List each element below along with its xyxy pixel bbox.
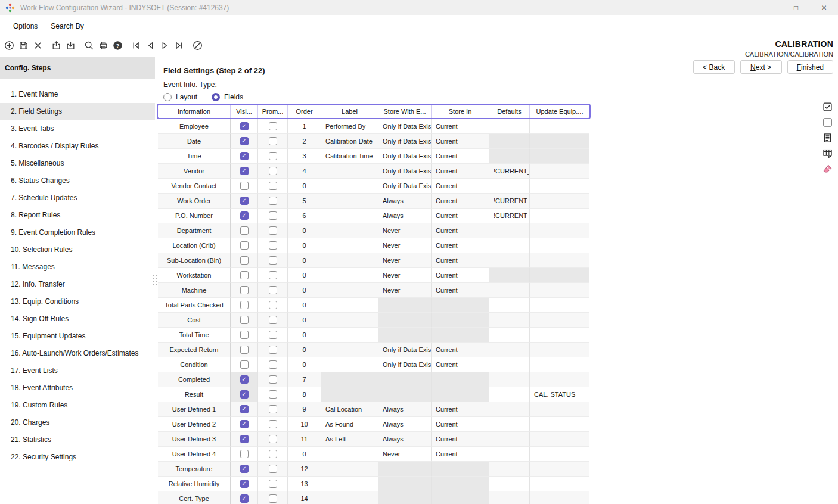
import-button[interactable] (63, 38, 77, 52)
cell-store_in[interactable]: Current (432, 253, 489, 268)
cell-label[interactable] (321, 357, 378, 372)
nav-last-button[interactable] (172, 38, 186, 52)
column-header-order[interactable]: Order (288, 105, 321, 118)
prompt-checkbox[interactable] (269, 211, 277, 220)
cell-store_in[interactable] (432, 313, 489, 328)
cell-defaults[interactable] (489, 402, 530, 417)
cell-order[interactable]: 0 (288, 447, 321, 462)
cell-update[interactable] (530, 313, 589, 328)
visible-checkbox[interactable] (240, 301, 249, 309)
cell-store_with[interactable]: Always (378, 209, 432, 223)
cell-order[interactable]: 10 (288, 417, 321, 432)
sidebar-item-4[interactable]: 4. Barcodes / Display Rules (0, 138, 155, 155)
sidebar-item-21[interactable]: 21. Statistics (0, 431, 155, 449)
cell-defaults[interactable] (489, 357, 530, 372)
cell-order[interactable]: 0 (288, 268, 321, 283)
cell-label[interactable] (321, 223, 378, 238)
visible-checkbox[interactable] (240, 286, 249, 294)
cell-update[interactable] (530, 119, 589, 134)
delete-button[interactable] (30, 38, 45, 52)
visible-checkbox[interactable] (240, 346, 249, 354)
visible-checkbox[interactable] (240, 241, 249, 250)
prompt-checkbox[interactable] (269, 375, 277, 384)
cell-info[interactable]: Machine (158, 283, 231, 298)
cell-defaults[interactable] (489, 328, 530, 343)
prompt-checkbox[interactable] (269, 137, 277, 145)
cell-update[interactable] (530, 432, 589, 447)
prompt-checkbox[interactable] (269, 316, 277, 324)
column-header-store_with[interactable]: Store With E... (378, 105, 432, 118)
cell-label[interactable] (321, 209, 378, 223)
cell-store_with[interactable] (378, 328, 432, 343)
cell-info[interactable]: Completed (158, 372, 231, 387)
prompt-checkbox[interactable] (269, 241, 277, 250)
visible-checkbox[interactable] (240, 405, 249, 413)
cell-label[interactable]: As Found (321, 417, 378, 432)
cell-defaults[interactable] (489, 119, 530, 134)
sidebar-item-1[interactable]: 1. Event Name (0, 86, 155, 103)
prompt-checkbox[interactable] (269, 122, 277, 130)
cell-defaults[interactable] (489, 223, 530, 238)
cell-order[interactable]: 5 (288, 194, 321, 209)
sidebar-item-5[interactable]: 5. Miscellaneous (0, 155, 155, 172)
prompt-checkbox[interactable] (269, 435, 277, 443)
cell-store_with[interactable]: Only if Data Exist (378, 179, 432, 194)
cell-info[interactable]: Total Parts Checked (158, 298, 231, 313)
cell-label[interactable] (321, 164, 378, 179)
cell-label[interactable] (321, 283, 378, 298)
cell-store_in[interactable]: Current (432, 179, 489, 194)
cell-info[interactable]: Result (158, 387, 231, 402)
cell-store_in[interactable]: Current (432, 283, 489, 298)
cell-info[interactable]: Vendor (158, 164, 231, 179)
cell-store_with[interactable]: Always (378, 417, 432, 432)
cell-order[interactable]: 0 (288, 328, 321, 343)
cell-update[interactable] (530, 491, 589, 504)
cell-label[interactable] (321, 298, 378, 313)
cell-update[interactable] (530, 164, 589, 179)
uncheck-all-button[interactable] (822, 117, 833, 127)
export-button[interactable] (49, 38, 63, 52)
column-header-prompt[interactable]: Prom... (258, 105, 288, 118)
cell-label[interactable] (321, 462, 378, 477)
cell-store_with[interactable]: Never (378, 223, 432, 238)
visible-checkbox[interactable] (240, 360, 249, 369)
cell-defaults[interactable] (489, 149, 530, 164)
sidebar-item-7[interactable]: 7. Schedule Updates (0, 189, 155, 207)
prompt-checkbox[interactable] (269, 494, 277, 503)
cell-store_in[interactable] (432, 387, 489, 402)
cell-order[interactable]: 3 (288, 149, 321, 164)
radio-fields[interactable]: Fields (212, 93, 243, 101)
finished-button[interactable]: Finished (787, 60, 833, 74)
sidebar-item-20[interactable]: 20. Charges (0, 414, 155, 431)
column-header-label[interactable]: Label (321, 105, 378, 118)
cell-store_with[interactable]: Only if Data Exist (378, 164, 432, 179)
cell-defaults[interactable] (489, 477, 530, 491)
cell-order[interactable]: 6 (288, 209, 321, 223)
cell-store_in[interactable]: Current (432, 238, 489, 253)
cell-order[interactable]: 0 (288, 283, 321, 298)
cell-store_with[interactable] (378, 372, 432, 387)
visible-checkbox[interactable] (240, 435, 249, 443)
cell-store_with[interactable]: Only if Data Exist (378, 134, 432, 149)
cell-order[interactable]: 9 (288, 402, 321, 417)
cell-defaults[interactable] (489, 372, 530, 387)
visible-checkbox[interactable] (240, 167, 249, 175)
cell-store_with[interactable] (378, 313, 432, 328)
cell-info[interactable]: User Defined 2 (158, 417, 231, 432)
cell-defaults[interactable] (489, 432, 530, 447)
cell-store_with[interactable] (378, 298, 432, 313)
visible-checkbox[interactable] (240, 122, 249, 130)
cell-update[interactable] (530, 357, 589, 372)
cell-update[interactable] (530, 462, 589, 477)
eraser-button[interactable] (822, 163, 833, 174)
radio-layout[interactable]: Layout (163, 93, 197, 101)
visible-checkbox[interactable] (240, 331, 249, 339)
cell-update[interactable]: CAL. STATUS (530, 387, 589, 402)
cell-store_in[interactable] (432, 491, 489, 504)
cell-store_in[interactable]: Current (432, 417, 489, 432)
cell-order[interactable]: 0 (288, 298, 321, 313)
prompt-checkbox[interactable] (269, 360, 277, 369)
visible-checkbox[interactable] (240, 465, 249, 473)
prompt-checkbox[interactable] (269, 301, 277, 309)
cell-label[interactable] (321, 194, 378, 209)
